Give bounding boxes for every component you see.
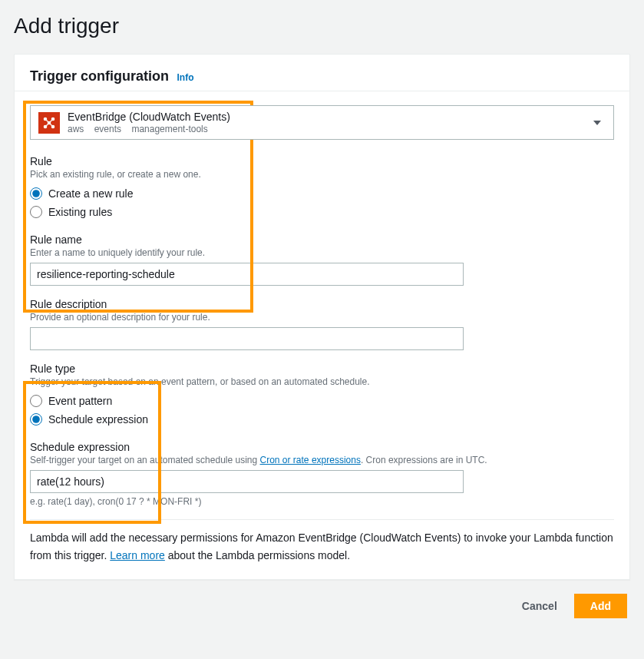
add-button[interactable]: Add: [574, 594, 627, 618]
schedule-label: Schedule expression: [30, 441, 614, 453]
radio-label: Event pattern: [48, 395, 112, 407]
chevron-down-icon: [593, 121, 601, 125]
svg-point-1: [51, 118, 54, 120]
svg-point-4: [48, 121, 50, 124]
radio-label: Existing rules: [48, 206, 112, 218]
svg-line-7: [46, 124, 48, 126]
source-tag: events: [94, 124, 121, 134]
eventbridge-icon: [38, 112, 60, 134]
panel-body: EventBridge (CloudWatch Events) aws even…: [15, 91, 629, 579]
radio-input-create[interactable]: [30, 187, 42, 200]
radio-create-new-rule[interactable]: Create a new rule: [30, 184, 614, 203]
trigger-source-select[interactable]: EventBridge (CloudWatch Events) aws even…: [30, 105, 614, 140]
svg-line-5: [46, 120, 48, 122]
source-text: EventBridge (CloudWatch Events) aws even…: [68, 111, 230, 134]
rule-name-field: Rule name Enter a name to uniquely ident…: [30, 233, 614, 286]
rule-description-label: Rule description: [30, 298, 614, 310]
permissions-suffix: about the Lambda permissions model.: [165, 549, 350, 561]
cancel-button[interactable]: Cancel: [519, 594, 560, 618]
radio-input-schedule[interactable]: [30, 413, 42, 426]
radio-label: Create a new rule: [48, 187, 134, 200]
learn-more-link[interactable]: Learn more: [110, 549, 165, 561]
rule-name-label: Rule name: [30, 233, 614, 246]
source-tags: aws events management-tools: [68, 124, 230, 134]
rule-name-input[interactable]: [30, 263, 464, 286]
rule-name-help: Enter a name to uniquely identify your r…: [30, 247, 614, 258]
svg-line-8: [50, 124, 52, 126]
rule-help: Pick an existing rule, or create a new o…: [30, 169, 614, 180]
radio-event-pattern[interactable]: Event pattern: [30, 392, 614, 410]
svg-point-2: [44, 125, 46, 127]
divider: [30, 519, 614, 520]
trigger-configuration-panel: Trigger configuration Info: [14, 54, 630, 580]
permissions-text: Lambda will add the necessary permission…: [30, 529, 614, 564]
svg-point-0: [44, 118, 46, 120]
schedule-expression-field: Schedule expression Self-trigger your ta…: [30, 441, 614, 507]
schedule-help-prefix: Self-trigger your target on an automated…: [30, 455, 260, 465]
source-tag: aws: [68, 124, 84, 134]
rule-label: Rule: [30, 155, 614, 167]
info-link[interactable]: Info: [177, 72, 193, 83]
radio-input-existing[interactable]: [30, 206, 42, 218]
schedule-example: e.g. rate(1 day), cron(0 17 ? * MON-FRI …: [30, 496, 614, 507]
schedule-help: Self-trigger your target on an automated…: [30, 455, 614, 465]
radio-schedule-expression[interactable]: Schedule expression: [30, 410, 614, 429]
source-name: EventBridge (CloudWatch Events): [68, 111, 230, 124]
panel-title: Trigger configuration: [30, 68, 169, 84]
radio-existing-rules[interactable]: Existing rules: [30, 203, 614, 221]
svg-line-6: [50, 120, 52, 122]
source-tag: management-tools: [131, 124, 207, 134]
schedule-expression-input[interactable]: [30, 470, 464, 493]
svg-point-3: [51, 125, 54, 127]
radio-input-event-pattern[interactable]: [30, 395, 42, 407]
rule-description-help: Provide an optional description for your…: [30, 312, 614, 323]
page-title: Add trigger: [14, 14, 630, 38]
rule-type-field: Rule type Trigger your target based on a…: [30, 363, 614, 429]
rule-type-help: Trigger your target based on an event pa…: [30, 376, 614, 387]
rule-description-field: Rule description Provide an optional des…: [30, 298, 614, 350]
radio-label: Schedule expression: [48, 413, 148, 426]
schedule-help-suffix: . Cron expressions are in UTC.: [361, 455, 487, 465]
rule-description-input[interactable]: [30, 327, 464, 350]
footer-actions: Cancel Add: [14, 580, 630, 618]
panel-header: Trigger configuration Info: [15, 55, 629, 91]
rule-field: Rule Pick an existing rule, or create a …: [30, 155, 614, 221]
rule-type-label: Rule type: [30, 363, 614, 375]
cron-rate-link[interactable]: Cron or rate expressions: [260, 455, 361, 465]
